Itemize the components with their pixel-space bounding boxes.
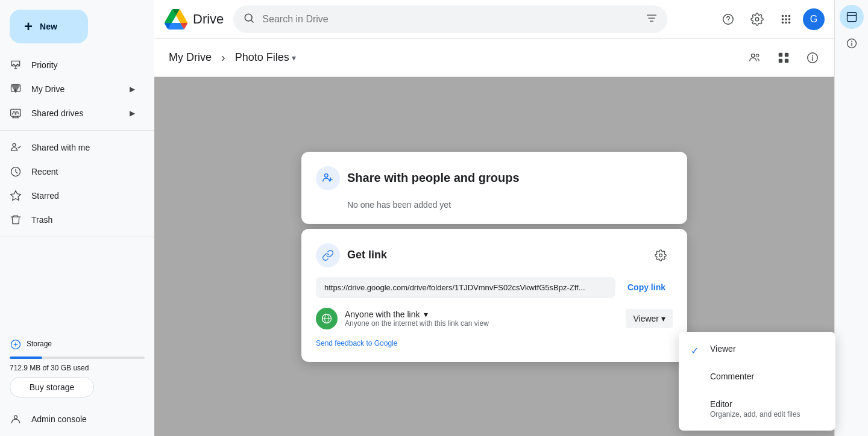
- sidebar-item-shared-drives[interactable]: Shared drives ▶: [0, 101, 145, 125]
- breadcrumb-separator: ›: [221, 51, 225, 64]
- plus-icon: +: [24, 19, 33, 34]
- dropdown-item-commenter[interactable]: Commenter: [679, 364, 835, 392]
- storage-section: Storage 712.9 MB of 30 GB used Buy stora…: [10, 338, 145, 397]
- search-input[interactable]: [262, 14, 638, 25]
- sidebar-divider-1: [0, 130, 154, 131]
- link-access-info: Anyone with the link ▾ Anyone on the int…: [345, 310, 618, 328]
- breadcrumb-actions: [743, 46, 825, 70]
- dropdown-item-viewer[interactable]: ✓ Viewer: [679, 337, 835, 364]
- sidebar-item-recent[interactable]: Recent: [0, 160, 145, 184]
- buy-storage-button[interactable]: Buy storage: [10, 377, 94, 397]
- access-chevron-icon: ▾: [424, 310, 428, 319]
- link-header-left: Get link: [316, 243, 387, 267]
- settings-button[interactable]: [745, 7, 769, 31]
- recent-icon: [10, 166, 22, 178]
- share-people-icon: [316, 166, 340, 190]
- breadcrumb-photo-files-label: Photo Files: [235, 51, 289, 64]
- shared-with-me-icon: [10, 142, 22, 154]
- sidebar-divider-2: [0, 237, 154, 237]
- modal-overlay: Share with people and groups No one has …: [154, 77, 834, 436]
- link-url-box: https://drive.google.com/drive/folders/1…: [316, 277, 615, 298]
- editor-item-desc: Organize, add, and edit files: [710, 410, 826, 419]
- new-button[interactable]: + New: [10, 10, 88, 43]
- sidebar-item-trash-label: Trash: [31, 215, 52, 225]
- sidebar-item-starred[interactable]: Starred: [0, 184, 145, 208]
- help-button[interactable]: [716, 7, 740, 31]
- sidebar-item-starred-label: Starred: [31, 191, 59, 201]
- sidebar-item-shared-with-me-label: Shared with me: [31, 143, 90, 152]
- storage-bar-fill: [10, 357, 42, 359]
- right-panel-info-button[interactable]: [840, 31, 864, 55]
- storage-bar-background: [10, 357, 145, 359]
- grid-view-button[interactable]: [772, 46, 796, 70]
- svg-rect-26: [779, 52, 782, 56]
- svg-point-17: [788, 14, 791, 17]
- svg-text:▲: ▲: [13, 87, 17, 92]
- svg-point-21: [782, 21, 784, 23]
- svg-point-22: [785, 21, 787, 23]
- link-access-title[interactable]: Anyone with the link ▾: [345, 310, 618, 319]
- svg-point-16: [785, 14, 787, 17]
- viewer-dropdown-button[interactable]: Viewer ▾: [626, 309, 673, 328]
- svg-rect-36: [847, 13, 856, 22]
- editor-item-label: Editor: [710, 399, 826, 409]
- sidebar-item-recent-label: Recent: [31, 167, 58, 176]
- link-url-row: https://drive.google.com/drive/folders/1…: [316, 277, 673, 298]
- user-avatar[interactable]: G: [803, 8, 825, 30]
- sidebar-item-my-drive-label: My Drive: [31, 84, 64, 94]
- new-button-label: New: [40, 22, 57, 31]
- search-bar: [233, 5, 667, 33]
- editor-item-content: Editor Organize, add, and edit files: [710, 399, 826, 419]
- admin-icon: [10, 413, 22, 425]
- share-dialog-title: Share with people and groups: [347, 171, 520, 185]
- link-settings-button[interactable]: [649, 243, 673, 267]
- svg-point-19: [785, 18, 787, 20]
- right-panel: [834, 0, 868, 436]
- my-drive-icon: ▲: [10, 83, 22, 95]
- commenter-item-content: Commenter: [710, 372, 826, 381]
- svg-rect-29: [785, 58, 788, 62]
- main-content: Drive G My Drive: [154, 0, 834, 436]
- storage-usage-text: 712.9 MB of 30 GB used: [10, 364, 145, 372]
- apps-button[interactable]: [774, 7, 798, 31]
- starred-icon: [10, 190, 22, 202]
- svg-point-18: [782, 18, 784, 20]
- sidebar-item-shared-with-me[interactable]: Shared with me: [0, 135, 145, 160]
- sidebar-item-priority-label: Priority: [31, 60, 58, 70]
- sidebar-item-priority[interactable]: Priority: [0, 53, 145, 77]
- svg-point-24: [752, 54, 755, 57]
- breadcrumb-photo-files[interactable]: Photo Files ▾: [230, 49, 301, 66]
- svg-point-33: [325, 173, 329, 177]
- sidebar-item-my-drive[interactable]: ▲ My Drive ▶: [0, 77, 145, 101]
- topbar: Drive G: [154, 0, 834, 39]
- viewer-check-icon: ✓: [688, 345, 700, 357]
- link-icon: [316, 243, 340, 267]
- share-dialog: Share with people and groups No one has …: [301, 152, 687, 224]
- expand-shared-icon: ▶: [130, 109, 135, 117]
- svg-point-34: [659, 254, 662, 257]
- dropdown-item-editor[interactable]: Editor Organize, add, and edit files: [679, 392, 835, 426]
- sidebar-item-admin[interactable]: Admin console: [0, 407, 145, 431]
- search-icon: [243, 12, 255, 26]
- breadcrumb-my-drive[interactable]: My Drive: [164, 49, 216, 66]
- viewer-item-content: Viewer: [710, 344, 826, 353]
- drive-logo-icon: [164, 9, 188, 30]
- share-people-button[interactable]: [743, 46, 767, 70]
- svg-rect-28: [779, 58, 782, 62]
- share-dialog-subtitle: No one has been added yet: [316, 200, 673, 210]
- link-access-description: Anyone on the internet with this link ca…: [345, 319, 618, 328]
- svg-point-20: [788, 18, 791, 20]
- sidebar-item-trash[interactable]: Trash: [0, 208, 145, 232]
- svg-point-23: [788, 21, 791, 23]
- search-options-icon[interactable]: [646, 12, 658, 26]
- info-button[interactable]: [800, 46, 825, 70]
- copy-link-button[interactable]: Copy link: [620, 277, 673, 298]
- svg-point-13: [728, 22, 729, 22]
- storage-icon: [10, 338, 22, 353]
- link-access-row: Anyone with the link ▾ Anyone on the int…: [316, 308, 673, 329]
- feedback-link[interactable]: Send feedback to Google: [316, 339, 673, 347]
- right-panel-tab-button[interactable]: [840, 5, 864, 29]
- commenter-item-label: Commenter: [710, 372, 826, 381]
- link-access-title-text: Anyone with the link: [345, 310, 420, 319]
- viewer-chevron-icon: ▾: [661, 314, 665, 323]
